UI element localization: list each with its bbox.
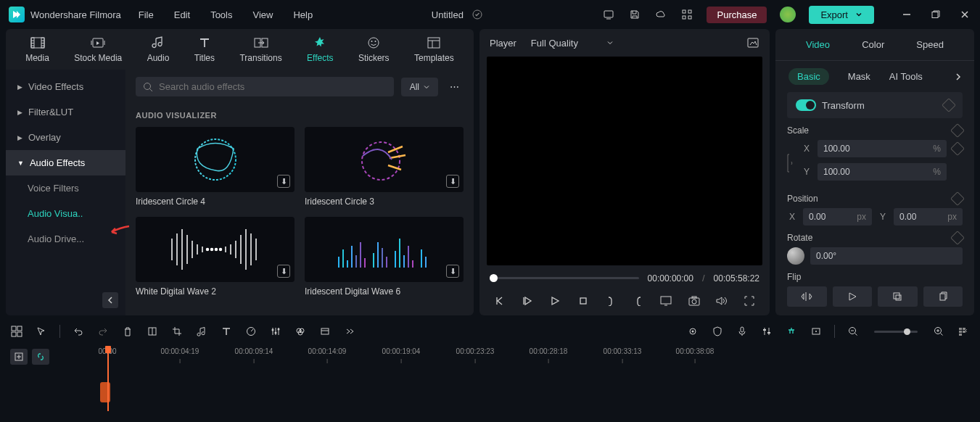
tab-media[interactable]: Media <box>18 29 57 70</box>
flip-horizontal-button[interactable] <box>787 286 827 307</box>
subtab-mask[interactable]: Mask <box>848 71 870 82</box>
tab-titles[interactable]: Titles <box>187 29 222 70</box>
menu-help[interactable]: Help <box>293 9 313 20</box>
sidebar-voice-filters[interactable]: Voice Filters <box>6 175 125 201</box>
sidebar-audio-drive[interactable]: Audio Drive... <box>6 226 125 252</box>
keyframe-diamond-icon[interactable] <box>942 98 956 112</box>
subtab-basic[interactable]: Basic <box>788 68 829 85</box>
tl-marker-icon[interactable] <box>686 325 699 338</box>
prev-frame-button[interactable] <box>493 294 507 308</box>
tl-zoom-out-icon[interactable] <box>847 325 860 338</box>
sidebar-filter-lut[interactable]: ▶Filter&LUT <box>6 99 125 125</box>
tl-layout-icon[interactable] <box>10 325 23 338</box>
keyframe-diamond-icon[interactable] <box>950 191 965 206</box>
camera-button[interactable] <box>687 294 701 308</box>
tl-zoom-in-icon[interactable] <box>932 325 945 338</box>
tl-keyframe-icon[interactable] <box>318 325 332 338</box>
subtab-ai-tools[interactable]: AI Tools <box>889 71 923 82</box>
tl-audio-icon[interactable] <box>195 325 208 338</box>
rotate-input[interactable]: 0.00° <box>810 247 963 265</box>
more-options-button[interactable]: ⋯ <box>445 81 464 92</box>
tl-redo-icon[interactable] <box>96 325 110 338</box>
flip-vertical-button[interactable] <box>833 286 873 307</box>
sidebar-overlay[interactable]: ▶Overlay <box>6 125 125 150</box>
sidebar-audio-effects[interactable]: ▼Audio Effects <box>6 150 125 175</box>
tab-stickers[interactable]: Stickers <box>351 29 397 70</box>
user-avatar[interactable] <box>780 7 796 22</box>
tl-frame-icon[interactable] <box>810 325 823 338</box>
tl-undo-icon[interactable] <box>72 325 85 338</box>
volume-button[interactable] <box>715 294 729 308</box>
effect-iridescent-digital-wave-6[interactable]: ⬇ Iridescent Digital Wave 6 <box>305 217 464 297</box>
subtab-more-button[interactable] <box>955 73 961 81</box>
menu-file[interactable]: File <box>139 9 154 20</box>
tab-audio[interactable]: Audio <box>140 29 177 70</box>
search-box[interactable] <box>136 77 394 96</box>
device-icon[interactable] <box>602 8 615 21</box>
menu-view[interactable]: View <box>252 9 273 20</box>
effect-white-digital-wave-2[interactable]: ⬇ White Digital Wave 2 <box>136 217 295 297</box>
seek-bar[interactable] <box>490 277 639 279</box>
tl-speed-icon[interactable] <box>244 325 258 338</box>
search-input[interactable] <box>159 81 387 92</box>
tl-fit-icon[interactable] <box>957 325 970 338</box>
flip-copy-button[interactable] <box>923 286 963 307</box>
cloud-icon[interactable] <box>654 8 667 21</box>
flip-rotate-button[interactable] <box>878 286 918 307</box>
tl-more-icon[interactable] <box>343 325 356 338</box>
tl-shield-icon[interactable] <box>711 325 724 338</box>
pos-y-input[interactable]: 0.00px <box>894 208 963 226</box>
menu-tools[interactable]: Tools <box>210 9 232 20</box>
play-button[interactable] <box>548 294 562 308</box>
maximize-button[interactable] <box>929 8 942 21</box>
tl-color-icon[interactable] <box>294 325 307 338</box>
tab-transitions[interactable]: Transitions <box>232 29 289 70</box>
sidebar-video-effects[interactable]: ▶Video Effects <box>6 74 125 99</box>
tl-mixer-icon[interactable] <box>760 325 773 338</box>
tl-delete-icon[interactable] <box>121 325 134 338</box>
playhead[interactable] <box>107 346 109 411</box>
seek-handle[interactable] <box>490 274 498 282</box>
timeline-ruler[interactable]: 00:00 00:00:04:19 00:00:09:14 00:00:14:0… <box>64 346 974 363</box>
close-button[interactable] <box>958 8 971 21</box>
keyframe-diamond-icon[interactable] <box>950 141 965 156</box>
menu-edit[interactable]: Edit <box>174 9 190 20</box>
sidebar-collapse-button[interactable] <box>102 292 118 308</box>
mark-in-button[interactable] <box>604 294 618 308</box>
zoom-slider[interactable] <box>874 331 918 333</box>
tl-adjust-icon[interactable] <box>269 325 282 338</box>
mark-out-button[interactable] <box>631 294 646 308</box>
apps-icon[interactable] <box>680 8 693 21</box>
timeline-tracks[interactable]: 00:00 00:00:04:19 00:00:09:14 00:00:14:0… <box>64 346 974 411</box>
save-icon[interactable] <box>628 8 641 21</box>
tl-text-icon[interactable] <box>220 325 233 338</box>
keyframe-diamond-icon[interactable] <box>950 165 965 179</box>
keyframe-diamond-icon[interactable] <box>950 231 965 245</box>
tab-stock-media[interactable]: Stock Media <box>67 29 129 70</box>
display-button[interactable] <box>659 294 673 308</box>
tab-templates[interactable]: Templates <box>407 29 461 70</box>
player-canvas[interactable] <box>487 57 762 265</box>
pos-x-input[interactable]: 0.00px <box>803 208 872 226</box>
export-button[interactable]: Export <box>809 6 874 24</box>
download-icon[interactable]: ⬇ <box>277 175 290 188</box>
sync-status-icon[interactable] <box>471 8 484 21</box>
tl-split-icon[interactable] <box>146 325 159 338</box>
purchase-button[interactable]: Purchase <box>707 7 767 23</box>
download-icon[interactable]: ⬇ <box>446 175 459 188</box>
zoom-handle[interactable] <box>904 328 910 335</box>
download-icon[interactable]: ⬇ <box>446 265 459 278</box>
play-pause-button[interactable] <box>520 294 535 308</box>
rotate-knob[interactable] <box>787 247 804 265</box>
tl-magnet-icon[interactable] <box>785 325 798 338</box>
link-track-button[interactable] <box>32 349 49 365</box>
minimize-button[interactable] <box>900 8 913 21</box>
tab-effects[interactable]: Effects <box>300 29 340 70</box>
keyframe-diamond-icon[interactable] <box>950 123 965 138</box>
panel-tab-speed[interactable]: Speed <box>910 36 950 53</box>
panel-tab-color[interactable]: Color <box>856 36 890 53</box>
tl-cursor-icon[interactable] <box>35 325 48 338</box>
scale-y-input[interactable]: 100.00% <box>818 163 947 181</box>
stop-button[interactable] <box>576 294 590 308</box>
link-axes-icon[interactable] <box>787 150 796 176</box>
